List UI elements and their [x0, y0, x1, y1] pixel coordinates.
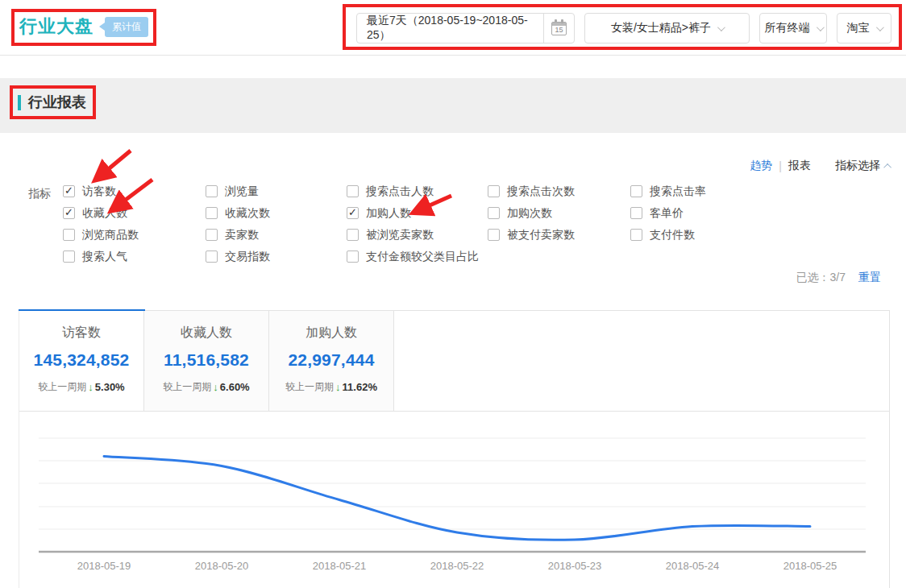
checkbox-icon[interactable] [206, 229, 218, 241]
change-percent: 11.62% [343, 381, 377, 393]
platform-select[interactable]: 淘宝 [837, 13, 891, 43]
metric-card-value: 145,324,852 [34, 350, 130, 370]
checkbox-icon[interactable] [63, 207, 75, 219]
x-axis-label: 2018-05-23 [526, 560, 623, 572]
compare-label: 较上一周期 [38, 380, 86, 394]
metric-tab-card[interactable]: 加购人数 22,997,444 较上一周期 ↓ 11.62% [269, 311, 394, 411]
compare-label: 较上一周期 [285, 380, 334, 394]
metric-label: 浏览量 [225, 184, 259, 199]
annotation-arrow-visitors [97, 151, 131, 179]
badge-label: 累计值 [112, 21, 141, 32]
checkbox-icon[interactable] [488, 229, 500, 241]
metric-checkbox[interactable]: 加购人数 [347, 202, 479, 224]
metric-tab-card[interactable]: 访客数 145,324,852 较上一周期 ↓ 5.30% [19, 311, 144, 411]
metric-label: 收藏次数 [225, 206, 270, 221]
metric-card-compare: 较上一周期 ↓ 6.60% [163, 380, 249, 394]
metric-label: 卖家数 [225, 228, 259, 242]
checkbox-icon[interactable] [347, 207, 359, 219]
chevron-down-icon [717, 23, 725, 31]
section-accent-bar [18, 95, 21, 110]
selection-summary-row: 已选：3/7 重置 [796, 271, 881, 285]
reset-button[interactable]: 重置 [858, 271, 881, 285]
checkbox-icon[interactable] [63, 251, 75, 263]
category-value: 女装/女士精品>裤子 [611, 21, 711, 35]
metric-checkbox[interactable]: 浏览商品数 [63, 224, 139, 246]
page: 行业大盘 累计值 最近7天（2018-05-19~2018-05-25） 15 … [0, 0, 906, 588]
checkbox-icon[interactable] [488, 207, 500, 219]
tab-trend[interactable]: 趋势 [750, 159, 772, 173]
date-range-picker[interactable]: 最近7天（2018-05-19~2018-05-25） 15 [356, 13, 575, 43]
metric-label: 浏览商品数 [82, 228, 139, 242]
tab-row-spacer [394, 311, 889, 411]
x-axis-label: 2018-05-19 [56, 560, 152, 572]
metric-checkbox[interactable]: 交易指数 [206, 246, 270, 267]
section-title-text: 行业报表 [28, 93, 86, 112]
metric-checkbox[interactable]: 收藏次数 [206, 202, 270, 224]
metric-card-title: 访客数 [62, 325, 101, 342]
selection-summary: 已选：3/7 [796, 271, 846, 285]
terminal-value: 所有终端 [765, 21, 810, 35]
metric-checkbox[interactable]: 搜索人气 [63, 246, 139, 267]
metric-checkbox[interactable]: 支付件数 [630, 224, 706, 246]
metric-card-title: 加购人数 [305, 325, 357, 342]
metric-label: 客单价 [650, 206, 684, 221]
page-title-wrap: 行业大盘 累计值 [19, 14, 148, 39]
metric-checkbox[interactable]: 搜索点击次数 [488, 180, 575, 202]
metric-label: 被浏览卖家数 [366, 228, 434, 242]
metric-tab-card[interactable]: 收藏人数 11,516,582 较上一周期 ↓ 6.60% [144, 311, 269, 411]
change-percent: 6.60% [220, 381, 250, 393]
metric-checkbox[interactable]: 客单价 [630, 202, 706, 224]
checkbox-icon[interactable] [206, 251, 218, 263]
metric-checkbox[interactable]: 被浏览卖家数 [347, 224, 479, 246]
active-tab-indicator [19, 309, 145, 311]
compare-label: 较上一周期 [163, 380, 211, 394]
x-axis-label: 2018-05-24 [644, 560, 741, 572]
metrics-column: 搜索点击率 客单价 支付件数 [630, 180, 706, 246]
header: 行业大盘 累计值 最近7天（2018-05-19~2018-05-25） 15 … [0, 0, 906, 56]
checkbox-icon[interactable] [347, 251, 359, 263]
checkbox-icon[interactable] [206, 207, 218, 219]
metric-checkbox[interactable]: 浏览量 [206, 180, 270, 202]
metric-label: 收藏人数 [82, 206, 127, 221]
metric-select-label: 指标选择 [835, 159, 880, 173]
metric-checkbox[interactable]: 访客数 [63, 180, 139, 202]
metric-label: 加购人数 [366, 206, 411, 221]
checkbox-icon[interactable] [630, 207, 642, 219]
badge-arrow-icon [99, 23, 105, 31]
metric-select-toggle[interactable]: 指标选择 [835, 159, 891, 173]
checkbox-icon[interactable] [63, 185, 75, 197]
metric-label: 被支付卖家数 [507, 228, 575, 242]
report-panel: 访客数 145,324,852 较上一周期 ↓ 5.30% 收藏人数 11,51… [19, 310, 890, 588]
trend-chart[interactable]: 2018-05-192018-05-202018-05-212018-05-22… [19, 412, 891, 588]
chevron-down-icon [816, 23, 824, 31]
metric-card-title: 收藏人数 [181, 325, 232, 342]
section-title: 行业报表 [18, 93, 86, 112]
tab-report[interactable]: 报表 [788, 159, 811, 173]
metric-label: 加购次数 [507, 206, 552, 221]
metric-tab-row: 访客数 145,324,852 较上一周期 ↓ 5.30% 收藏人数 11,51… [19, 311, 889, 412]
checkbox-icon[interactable] [630, 229, 642, 241]
checkbox-icon[interactable] [488, 185, 500, 197]
metric-checkbox[interactable]: 支付金额较父类目占比 [347, 246, 479, 267]
page-title: 行业大盘 [19, 14, 94, 39]
metric-label: 搜索点击率 [650, 184, 706, 199]
checkbox-icon[interactable] [347, 185, 359, 197]
metric-checkbox[interactable]: 搜索点击人数 [347, 180, 479, 202]
checkbox-icon[interactable] [347, 229, 359, 241]
metric-checkbox[interactable]: 加购次数 [488, 202, 575, 224]
checkbox-icon[interactable] [630, 185, 642, 197]
metric-checkbox[interactable]: 卖家数 [206, 224, 270, 246]
metric-checkbox[interactable]: 被支付卖家数 [488, 224, 575, 246]
checkbox-icon[interactable] [63, 229, 75, 241]
chevron-down-icon [875, 23, 883, 31]
checkbox-icon[interactable] [206, 185, 218, 197]
change-percent: 5.30% [95, 381, 125, 393]
metric-card-compare: 较上一周期 ↓ 5.30% [38, 380, 124, 394]
down-arrow-icon: ↓ [335, 381, 341, 393]
calendar-button[interactable]: 15 [543, 14, 574, 43]
terminal-select[interactable]: 所有终端 [759, 13, 827, 43]
metric-checkbox[interactable]: 搜索点击率 [630, 180, 706, 202]
metric-checkbox[interactable]: 收藏人数 [63, 202, 139, 224]
category-select[interactable]: 女装/女士精品>裤子 [584, 13, 750, 43]
metric-card-compare: 较上一周期 ↓ 11.62% [285, 380, 377, 394]
